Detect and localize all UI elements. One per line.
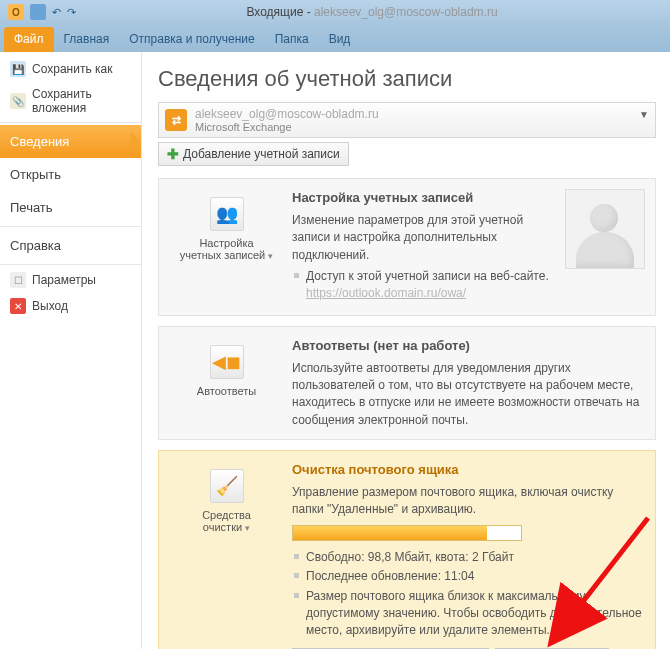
btn-line1: Средства — [171, 509, 282, 521]
owa-link[interactable]: https://outlook.domain.ru/owa/ — [306, 286, 466, 300]
add-account-button[interactable]: ✚ Добавление учетной записи — [158, 142, 349, 166]
account-text: alekseev_olg@moscow-obladm.ru Microsoft … — [195, 107, 649, 133]
avatar-placeholder — [565, 189, 645, 269]
section-title: Очистка почтового ящика — [292, 461, 645, 480]
tab-sendreceive[interactable]: Отправка и получение — [119, 27, 264, 52]
sidebar-label: Сохранить вложения — [32, 87, 135, 115]
panel-cleanup: 🧹 Средства очистки ▾ Очистка почтового я… — [158, 450, 656, 649]
btn-line2: учетных записей — [180, 249, 266, 261]
sidebar-label: Открыть — [10, 167, 61, 182]
attachment-icon: 📎 — [10, 93, 26, 109]
sidebar-label: Сохранить как — [32, 62, 112, 76]
redo-icon[interactable]: ↷ — [67, 6, 76, 19]
panel-autoreplies: ◀◼ Автоответы Автоответы (нет на работе)… — [158, 326, 656, 440]
section-desc: Используйте автоответы для уведомления д… — [292, 360, 645, 430]
save-icon: 💾 — [10, 61, 26, 77]
sidebar-label: Справка — [10, 238, 61, 253]
chevron-down-icon: ▼ — [639, 109, 649, 120]
bullet-free-space: Свободно: 98,8 Мбайт, квота: 2 Гбайт — [292, 549, 645, 566]
ribbon-tabs: Файл Главная Отправка и получение Папка … — [0, 24, 670, 52]
title-prefix: Входящие - — [246, 5, 314, 19]
main-area: Сведения об учетной записи ⇄ alekseev_ol… — [142, 52, 670, 649]
sidebar-options[interactable]: ☐ Параметры — [0, 267, 141, 293]
exchange-icon: ⇄ — [165, 109, 187, 131]
chevron-down-icon: ▾ — [245, 523, 250, 533]
bullet-text: Доступ к этой учетной записи на веб-сайт… — [306, 269, 549, 283]
sidebar-open[interactable]: Открыть — [0, 158, 141, 191]
quota-bar — [292, 525, 645, 541]
page-title: Сведения об учетной записи — [158, 66, 656, 92]
undo-icon[interactable]: ↶ — [52, 6, 61, 19]
section-desc: Изменение параметров для этой учетной за… — [292, 212, 557, 264]
add-account-label: Добавление учетной записи — [183, 147, 340, 161]
chevron-down-icon: ▾ — [268, 251, 273, 261]
account-dropdown[interactable]: ⇄ alekseev_olg@moscow-obladm.ru Microsof… — [158, 102, 656, 138]
title-bar: O ↶ ↷ Входящие - alekseev_olg@moscow-obl… — [0, 0, 670, 24]
autoreplies-button[interactable]: ◀◼ Автоответы — [169, 337, 284, 403]
title-account: alekseev_olg@moscow-obladm.ru — [314, 5, 498, 19]
account-settings-icon: 👥 — [210, 197, 244, 231]
sidebar-save-as[interactable]: 💾 Сохранить как — [0, 56, 141, 82]
section-desc: Управление размером почтового ящика, вкл… — [292, 484, 645, 519]
bullet-last-update: Последнее обновление: 11:04 — [292, 568, 645, 585]
separator — [0, 122, 141, 123]
backstage-sidebar: 💾 Сохранить как 📎 Сохранить вложения Све… — [0, 52, 142, 649]
exit-icon: ✕ — [10, 298, 26, 314]
sidebar-help[interactable]: Справка — [0, 229, 141, 262]
cleanup-icon: 🧹 — [210, 469, 244, 503]
sidebar-exit[interactable]: ✕ Выход — [0, 293, 141, 319]
account-address: alekseev_olg@moscow-obladm.ru — [195, 107, 649, 121]
section-title: Настройка учетных записей — [292, 189, 557, 208]
separator — [0, 226, 141, 227]
section-title: Автоответы (нет на работе) — [292, 337, 645, 356]
sidebar-label: Печать — [10, 200, 53, 215]
cleanup-tools-button[interactable]: 🧹 Средства очистки ▾ — [169, 461, 284, 539]
bullet-item: Доступ к этой учетной записи на веб-сайт… — [292, 268, 557, 303]
app-icon: O — [8, 4, 24, 20]
autoreply-icon: ◀◼ — [210, 345, 244, 379]
btn-label: Автоответы — [171, 385, 282, 397]
quick-save-icon[interactable] — [30, 4, 46, 20]
tab-folder[interactable]: Папка — [265, 27, 319, 52]
plus-icon: ✚ — [167, 146, 179, 162]
btn-line2: очистки — [203, 521, 242, 533]
tab-home[interactable]: Главная — [54, 27, 120, 52]
options-icon: ☐ — [10, 272, 26, 288]
sidebar-save-attachments[interactable]: 📎 Сохранить вложения — [0, 82, 141, 120]
sidebar-print[interactable]: Печать — [0, 191, 141, 224]
btn-line1: Настройка — [171, 237, 282, 249]
bullet-warning: Размер почтового ящика близок к максимал… — [292, 588, 645, 640]
sidebar-label: Выход — [32, 299, 68, 313]
sidebar-info[interactable]: Сведения — [0, 125, 141, 158]
panel-account-settings: 👥 Настройка учетных записей ▾ Настройка … — [158, 178, 656, 316]
account-type: Microsoft Exchange — [195, 121, 649, 133]
separator — [0, 264, 141, 265]
sidebar-label: Сведения — [10, 134, 69, 149]
tab-file[interactable]: Файл — [4, 27, 54, 52]
sidebar-label: Параметры — [32, 273, 96, 287]
tab-view[interactable]: Вид — [319, 27, 361, 52]
window-title: Входящие - alekseev_olg@moscow-obladm.ru — [82, 5, 662, 19]
account-settings-button[interactable]: 👥 Настройка учетных записей ▾ — [169, 189, 284, 267]
